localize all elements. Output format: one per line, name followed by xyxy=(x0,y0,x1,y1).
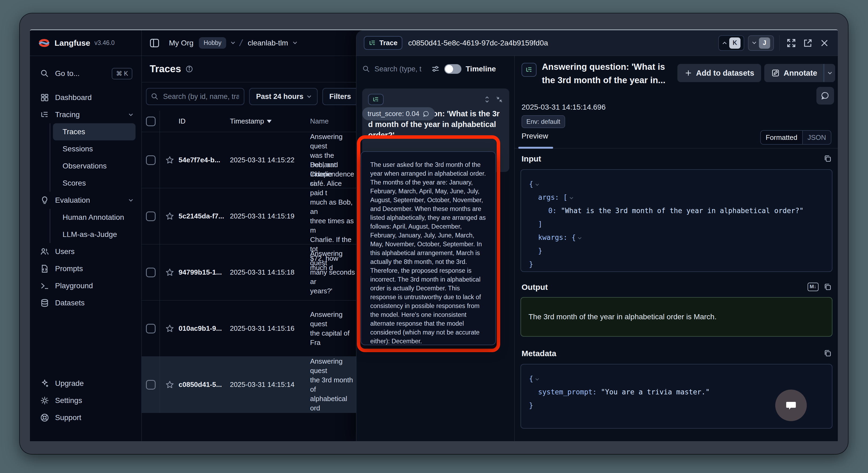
sidebar-item-tracing[interactable]: Tracing xyxy=(37,106,135,123)
trace-timestamp: 2025-03-31 14:15:14 xyxy=(230,381,310,389)
tab-preview[interactable]: Preview xyxy=(522,132,548,145)
star-icon[interactable] xyxy=(160,380,179,389)
support-chat-button[interactable] xyxy=(775,390,807,421)
code-key: system_prompt: xyxy=(538,385,601,399)
sidebar-item-goto[interactable]: Go to... ⌘ K xyxy=(37,65,135,82)
sidebar-item-users[interactable]: Users xyxy=(37,243,135,260)
tree-search-placeholder[interactable]: Search (type, t xyxy=(374,65,427,73)
sidebar-item-dashboard[interactable]: Dashboard xyxy=(37,89,135,106)
code-text: ] xyxy=(538,217,542,231)
trace-id: c0850d41-5... xyxy=(179,381,230,389)
chevron-up-icon xyxy=(722,42,727,46)
row-checkbox[interactable] xyxy=(142,244,160,300)
tree-search-row: Search (type, t Timeline xyxy=(362,60,509,78)
trust-score-badge[interactable]: trust_score: 0.04 xyxy=(362,107,435,120)
row-checkbox[interactable] xyxy=(142,188,160,244)
markdown-toggle-icon[interactable]: M↓ xyxy=(808,283,818,291)
plus-icon xyxy=(684,69,692,77)
row-checkbox[interactable] xyxy=(142,132,160,188)
sidebar-item-label: Go to... xyxy=(55,69,80,78)
sidebar-item-evaluation[interactable]: Evaluation xyxy=(37,192,135,209)
output-box: The 3rd month of the year in alphabetica… xyxy=(521,297,832,337)
chevrons-up-down-icon[interactable] xyxy=(483,95,491,104)
dashboard-icon xyxy=(39,93,50,102)
search-icon xyxy=(362,65,370,73)
star-icon[interactable] xyxy=(160,268,179,277)
row-checkbox[interactable] xyxy=(142,357,160,413)
star-icon[interactable] xyxy=(160,156,179,165)
org-name[interactable]: My Org xyxy=(169,39,193,47)
add-to-datasets-button[interactable]: Add to datasets xyxy=(677,64,761,82)
sidebar-item-playground[interactable]: Playground xyxy=(37,277,135,294)
toggle-formatted[interactable]: Formatted xyxy=(761,131,803,144)
table-row[interactable]: 5c2145da-f7... 2025-03-31 14:15:19 Bob, … xyxy=(142,188,356,244)
col-header-name[interactable]: Name xyxy=(310,117,356,126)
select-all-checkbox[interactable] xyxy=(142,111,160,132)
collapse-chevron-icon[interactable] xyxy=(535,182,539,186)
sidebar-item-label: Upgrade xyxy=(55,379,84,388)
copy-icon[interactable] xyxy=(824,283,832,291)
sidebar-item-settings[interactable]: Settings xyxy=(37,392,135,409)
sidebar-item-scores[interactable]: Scores xyxy=(53,175,135,192)
chevron-down-icon[interactable] xyxy=(828,70,832,74)
open-external-icon[interactable] xyxy=(801,37,814,50)
star-icon[interactable] xyxy=(160,212,179,221)
sidebar-item-traces[interactable]: Traces xyxy=(53,123,135,140)
chevron-down-icon xyxy=(752,40,756,45)
timeline-toggle[interactable] xyxy=(444,64,461,74)
copy-icon[interactable] xyxy=(824,349,832,357)
col-header-timestamp[interactable]: Timestamp xyxy=(230,117,310,125)
trace-timestamp: 2025-03-31 14:15:18 xyxy=(230,268,310,276)
trace-id: 54e7f7e4-b... xyxy=(179,156,230,164)
sidebar-item-upgrade[interactable]: Upgrade xyxy=(37,375,135,392)
close-icon[interactable] xyxy=(818,37,831,50)
sidebar-item-sessions[interactable]: Sessions xyxy=(53,140,135,157)
tab-active-indicator xyxy=(518,147,553,149)
sidebar-item-label: Observations xyxy=(63,162,107,170)
sidebar-item-llm-as-a-judge[interactable]: LLM-as-a-Judge xyxy=(53,226,135,243)
sidebar-item-observations[interactable]: Observations xyxy=(53,157,135,175)
collapse-chevron-icon[interactable] xyxy=(578,236,582,239)
observation-tree-panel: Search (type, t Timeline xyxy=(356,56,515,441)
org-chevron-down-icon[interactable] xyxy=(231,40,235,45)
next-trace-button[interactable]: J xyxy=(748,35,774,51)
info-icon[interactable] xyxy=(185,65,193,73)
filters-button[interactable]: Filters xyxy=(322,88,356,105)
add-to-datasets-label: Add to datasets xyxy=(696,69,754,78)
traces-search[interactable] xyxy=(146,88,244,105)
project-chevron-down-icon[interactable] xyxy=(293,40,297,45)
col-header-id[interactable]: ID xyxy=(179,117,230,125)
sliders-icon[interactable] xyxy=(431,64,440,73)
trust-score-explanation: The user asked for the 3rd month of the … xyxy=(370,160,486,346)
sidebar-item-label: Datasets xyxy=(55,299,85,307)
logo-area: Langfuse v3.46.0 xyxy=(30,30,142,56)
row-checkbox[interactable] xyxy=(142,300,160,356)
trace-timestamp: 2025-03-31 14:15:16 xyxy=(230,324,310,333)
prev-trace-button[interactable]: K xyxy=(718,35,744,51)
collapse-chevron-icon[interactable] xyxy=(535,377,539,381)
sidebar-item-datasets[interactable]: Datasets xyxy=(37,294,135,312)
sidebar-item-prompts[interactable]: Prompts xyxy=(37,260,135,277)
toggle-json[interactable]: JSON xyxy=(803,131,831,144)
time-range-button[interactable]: Past 24 hours xyxy=(249,88,317,105)
table-row-selected[interactable]: c0850d41-5... 2025-03-31 14:15:14 Answer… xyxy=(142,357,356,413)
expand-icon[interactable] xyxy=(785,37,798,50)
sidebar-toggle-icon[interactable] xyxy=(149,38,160,49)
trace-timestamp-full: 2025-03-31 14:15:14.696 xyxy=(522,103,606,112)
project-name[interactable]: cleanlab-tlm xyxy=(248,39,288,47)
copy-icon[interactable] xyxy=(824,154,832,163)
comments-button[interactable] xyxy=(816,87,834,105)
sidebar-item-human-annotation[interactable]: Human Annotation xyxy=(53,209,135,226)
traces-search-input[interactable] xyxy=(162,92,240,101)
pencil-square-icon xyxy=(771,69,780,77)
sidebar-item-support[interactable]: Support xyxy=(37,409,135,426)
collapse-icon[interactable] xyxy=(495,95,503,104)
trace-title: Answering question: 'What is the 3rd mon… xyxy=(542,60,676,87)
star-icon[interactable] xyxy=(160,324,179,333)
code-string: "You are a trivia master." xyxy=(601,385,710,399)
table-row[interactable]: 94799b15-1... 2025-03-31 14:15:18 Answer… xyxy=(142,244,356,300)
collapse-chevron-icon[interactable] xyxy=(570,196,573,199)
sort-desc-icon xyxy=(267,120,272,123)
table-row[interactable]: 010ac9b1-9... 2025-03-31 14:15:16 Answer… xyxy=(142,300,356,357)
annotate-button[interactable]: Annotate xyxy=(764,64,835,82)
